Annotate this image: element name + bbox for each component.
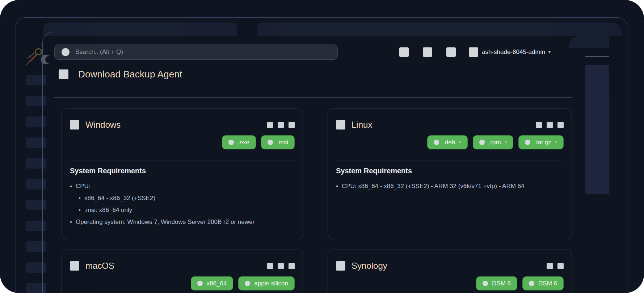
topbar-placeholder-icon[interactable] <box>423 47 432 57</box>
sidebar-skeleton-item <box>26 96 46 106</box>
topbar-icons <box>399 47 470 57</box>
platform-card: Windows.exe.msiSystem Requirements•CPU:•… <box>62 109 303 239</box>
system-requirements: System Requirements•CPU: x86_64 - x86_32… <box>336 167 564 192</box>
card-title: macOS <box>85 261 114 271</box>
topbar-placeholder-icon[interactable] <box>446 47 456 57</box>
card-action-placeholder-icon[interactable] <box>278 122 284 128</box>
platform-icon <box>336 261 345 271</box>
package-icon <box>525 140 530 145</box>
heading-divider <box>54 97 572 98</box>
package-icon <box>483 281 488 286</box>
user-label: ash-shade-8045-admin <box>482 48 545 56</box>
card-action-placeholder-icon[interactable] <box>536 122 542 128</box>
search-input[interactable] <box>75 48 337 56</box>
card-action-placeholder-icon[interactable] <box>267 263 273 269</box>
card-divider <box>336 161 564 161</box>
card-header: macOS <box>70 261 295 271</box>
right-panel-divider <box>585 56 609 57</box>
page-title: Download Backup Agent <box>78 69 182 80</box>
sidebar-skeleton-item <box>26 158 46 169</box>
package-icon <box>479 140 485 145</box>
package-icon <box>268 140 273 145</box>
requirement-text: CPU: <box>76 180 91 192</box>
download-buttons: .deb▾.rpm▾.tar.gz▾ <box>336 135 564 149</box>
user-menu[interactable]: ash-shade-8045-admin ▾ <box>469 46 551 58</box>
comet-icon <box>25 46 43 65</box>
search-icon <box>62 48 70 56</box>
package-icon <box>434 140 439 145</box>
tab-skeleton <box>257 22 622 36</box>
requirement-item: •.msi: x86_64 only <box>79 204 295 216</box>
download-button[interactable]: DSM 6 <box>522 276 564 290</box>
sidebar-skeleton-item <box>26 116 46 127</box>
card-action-placeholder-icon[interactable] <box>289 263 295 269</box>
download-buttons: x86_64apple silicon <box>70 276 295 290</box>
download-buttons: DSM 6DSM 6 <box>336 276 564 290</box>
sidebar-skeleton-item <box>26 262 46 273</box>
bullet-icon: • <box>70 216 72 228</box>
download-button[interactable]: x86_64 <box>191 276 233 290</box>
card-action-placeholder-icon[interactable] <box>557 122 564 128</box>
requirement-item: •CPU: <box>70 180 295 192</box>
requirements-heading: System Requirements <box>336 167 564 175</box>
sidebar-skeleton-item <box>26 283 46 293</box>
chevron-down-icon: ▾ <box>459 140 461 145</box>
download-button[interactable]: .exe <box>222 135 256 149</box>
search-bar[interactable] <box>54 44 338 60</box>
sidebar-skeleton-item <box>26 137 46 148</box>
card-header: Linux <box>336 120 564 130</box>
package-icon <box>197 281 203 286</box>
chevron-down-icon: ▾ <box>555 140 557 145</box>
sidebar-skeleton-item <box>26 200 46 210</box>
download-button-label: .tar.gz <box>534 139 551 146</box>
download-button[interactable]: .tar.gz▾ <box>518 135 564 149</box>
card-action-placeholder-icon[interactable] <box>267 122 273 128</box>
requirement-item: •Operating system: Windows 7, Windows Se… <box>70 216 295 228</box>
page-heading: Download Backup Agent <box>59 69 182 80</box>
requirement-item: •CPU: x86_64 - x86_32 (+SSE2) - ARM 32 (… <box>336 180 564 192</box>
download-cards: Windows.exe.msiSystem Requirements•CPU:•… <box>62 109 572 293</box>
platform-card: Linux.deb▾.rpm▾.tar.gz▾System Requiremen… <box>328 109 572 239</box>
sidebar-skeleton-item <box>26 75 46 85</box>
download-button[interactable]: .msi <box>261 135 295 149</box>
card-action-placeholder-icon[interactable] <box>547 263 553 269</box>
card-action-placeholder-icon[interactable] <box>289 122 295 128</box>
platform-icon <box>70 261 79 271</box>
card-title: Synology <box>352 261 387 271</box>
package-icon <box>228 140 234 145</box>
right-panel-skeleton <box>569 36 609 48</box>
card-header: Synology <box>336 261 564 271</box>
platform-card: macOSx86_64apple silicon <box>62 250 303 293</box>
page-title-icon <box>59 69 68 79</box>
bullet-icon: • <box>70 180 72 192</box>
tab-skeleton <box>43 22 237 36</box>
sidebar-skeleton-item <box>26 221 46 231</box>
card-actions <box>531 122 564 128</box>
card-action-placeholder-icon[interactable] <box>547 122 553 128</box>
download-button-label: x86_64 <box>207 280 227 287</box>
download-button[interactable]: apple silicon <box>238 276 295 290</box>
package-icon <box>245 281 250 286</box>
package-icon <box>529 281 534 286</box>
avatar <box>469 47 478 57</box>
sidebar-skeleton <box>26 75 46 293</box>
card-actions <box>542 263 564 269</box>
download-button-label: apple silicon <box>254 280 288 287</box>
topbar-placeholder-icon[interactable] <box>399 47 409 57</box>
download-button[interactable]: DSM 6 <box>476 276 517 290</box>
download-button[interactable]: .rpm▾ <box>473 135 514 149</box>
card-divider <box>70 161 295 161</box>
card-action-placeholder-icon[interactable] <box>278 263 284 269</box>
card-title: Linux <box>352 120 372 130</box>
card-action-placeholder-icon[interactable] <box>557 263 564 269</box>
card-actions <box>262 263 295 269</box>
card-header: Windows <box>70 120 295 130</box>
download-button-label: DSM 6 <box>492 280 511 287</box>
download-button[interactable]: .deb▾ <box>427 135 468 149</box>
download-button-label: DSM 6 <box>538 280 557 287</box>
download-button-label: .deb <box>443 139 455 146</box>
chevron-down-icon: ▾ <box>548 50 551 55</box>
bullet-icon: • <box>79 192 81 204</box>
platform-card: SynologyDSM 6DSM 6 <box>328 250 572 293</box>
app-canvas: ash-shade-8045-admin ▾ Download Backup A… <box>0 0 644 293</box>
